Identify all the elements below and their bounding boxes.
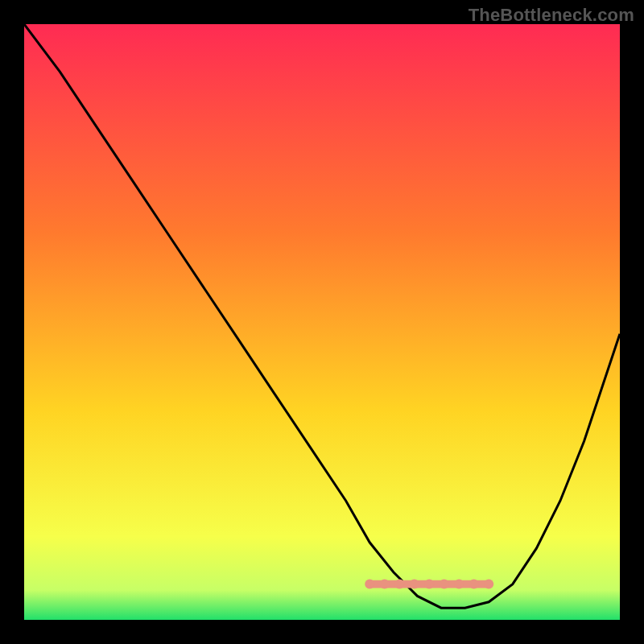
svg-point-8 (469, 580, 479, 589)
svg-point-4 (410, 580, 419, 589)
svg-point-9 (484, 580, 493, 589)
gradient-background (24, 24, 620, 620)
watermark-text: TheBottleneck.com (469, 5, 634, 26)
optimal-band (365, 580, 493, 589)
svg-point-5 (424, 580, 434, 589)
svg-point-7 (454, 580, 464, 589)
svg-point-1 (365, 580, 374, 589)
svg-point-3 (394, 580, 404, 589)
svg-point-2 (380, 580, 390, 589)
svg-point-6 (440, 580, 449, 589)
bottleneck-chart (24, 24, 620, 620)
